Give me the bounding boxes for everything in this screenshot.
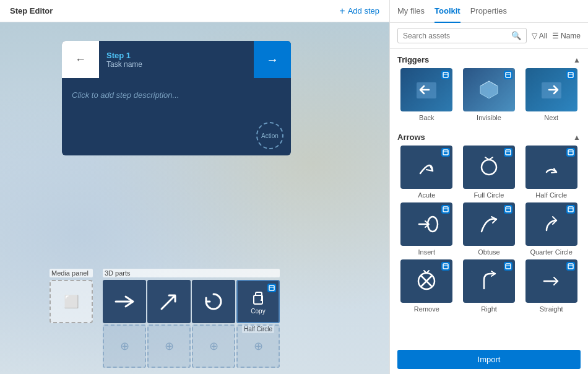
toolkit-item-remove[interactable]: Remove	[397, 259, 456, 313]
tab-toolkit[interactable]: Toolkit	[435, 0, 460, 23]
search-icon: 🔍	[511, 31, 521, 40]
step-back-button[interactable]: ←	[62, 41, 99, 78]
toolkit-label-obtuse: Obtuse	[478, 248, 499, 256]
arrows-chevron-icon: ▲	[573, 133, 581, 142]
arrows-grid: Acute Full Circle	[397, 146, 581, 313]
step-number: Step 1	[106, 51, 246, 60]
media-panel-box[interactable]: ⬜	[50, 280, 93, 323]
toolkit-item-obtuse[interactable]: Obtuse	[460, 202, 519, 256]
corner-badge-next	[566, 71, 575, 79]
svg-rect-5	[443, 150, 448, 155]
filter-all-button[interactable]: ▽ All	[532, 32, 547, 40]
parts-grid: Copy Half Circle ⊕ ⊕	[103, 280, 280, 368]
canvas-area: ← Step 1 Task name → Click to add step d…	[0, 22, 389, 374]
step-next-arrow-icon: →	[266, 53, 279, 67]
step-back-arrow-icon: ←	[75, 53, 86, 66]
svg-rect-4	[568, 72, 573, 77]
svg-rect-2	[443, 72, 448, 77]
part-tile-arrow-right[interactable]	[103, 280, 146, 323]
arrows-section-header[interactable]: Arrows ▲	[397, 126, 581, 146]
add-step-button[interactable]: + Add step	[339, 6, 379, 17]
part-slot-3[interactable]: ⊕	[192, 324, 235, 368]
copy-icon-wrap: Copy	[249, 289, 267, 315]
triggers-section: Triggers ▲ Back	[397, 49, 581, 121]
toolkit-thumb-obtuse	[463, 202, 515, 246]
triggers-grid: Back Invisible	[397, 68, 581, 121]
svg-rect-1	[269, 285, 274, 290]
toolkit-thumb-full-circle	[463, 146, 515, 189]
toolkit-thumb-insert	[400, 202, 452, 246]
toolkit-item-next[interactable]: Next	[522, 68, 581, 121]
toolkit-content: Triggers ▲ Back	[390, 49, 588, 345]
filter-name-label: Name	[561, 32, 581, 40]
slot-icon-4: ⊕	[254, 339, 263, 353]
toolkit-label-full-circle: Full Circle	[474, 191, 504, 199]
svg-rect-3	[506, 72, 511, 77]
tab-properties[interactable]: Properties	[470, 0, 507, 23]
toolkit-item-invisible[interactable]: Invisible	[460, 68, 519, 121]
media-panel-section: Media panel ⬜	[50, 269, 93, 323]
svg-rect-15	[568, 264, 573, 269]
toolkit-item-insert[interactable]: Insert	[397, 202, 456, 256]
toolkit-item-half-circle[interactable]: Half Circle	[522, 146, 581, 199]
svg-rect-10	[506, 207, 511, 212]
toolkit-label-straight: Straight	[540, 305, 563, 313]
toolkit-label-invisible: Invisible	[477, 114, 501, 121]
action-button[interactable]: Action	[256, 122, 283, 149]
toolkit-thumb-invisible	[463, 68, 515, 111]
step-editor-panel: Step Editor + Add step ← Step 1 Task nam…	[0, 0, 390, 374]
media-panel-label: Media panel	[50, 269, 93, 277]
part-slot-2[interactable]: ⊕	[147, 324, 191, 368]
media-panel-icon: ⬜	[64, 294, 79, 309]
search-input[interactable]	[403, 32, 508, 40]
part-tile-diagonal-arrow[interactable]	[147, 280, 191, 323]
svg-rect-12	[443, 264, 448, 269]
toolkit-thumb-right	[463, 259, 515, 303]
filter-name-button[interactable]: ☰ Name	[552, 32, 581, 40]
slot-icon-2: ⊕	[165, 339, 174, 353]
svg-rect-14	[506, 264, 511, 269]
part-slot-1[interactable]: ⊕	[103, 324, 146, 368]
step-editor-title: Step Editor	[10, 6, 53, 15]
triggers-label: Triggers	[397, 55, 429, 64]
toolkit-item-straight[interactable]: Straight	[522, 259, 581, 313]
right-panel-tabs: My files Toolkit Properties	[390, 0, 588, 23]
triggers-section-header[interactable]: Triggers ▲	[397, 49, 581, 68]
step-next-button[interactable]: →	[254, 41, 291, 78]
toolkit-label-quarter-circle: Quarter Circle	[530, 248, 572, 256]
toolkit-item-acute[interactable]: Acute	[397, 146, 456, 199]
step-description[interactable]: Click to add step description...	[62, 78, 291, 124]
search-input-wrap: 🔍	[397, 28, 527, 43]
copy-label: Copy	[251, 308, 265, 315]
parts-section: 3D parts	[103, 269, 280, 368]
import-button[interactable]: Import	[397, 350, 581, 369]
toolkit-thumb-next	[525, 68, 577, 111]
tab-my-files[interactable]: My files	[397, 0, 425, 23]
toolkit-label-remove: Remove	[414, 305, 439, 313]
toolkit-item-quarter-circle[interactable]: Quarter Circle	[522, 202, 581, 256]
slot-icon-3: ⊕	[209, 339, 218, 353]
filter-icon: ▽	[532, 32, 537, 40]
toolkit-item-back[interactable]: Back	[397, 68, 456, 121]
corner-badge-insert	[441, 205, 450, 214]
corner-badge-invisible	[504, 71, 512, 79]
step-info: Step 1 Task name	[99, 41, 254, 78]
corner-badge-quarter-circle	[566, 205, 575, 214]
plus-icon: +	[339, 6, 345, 17]
corner-badge-obtuse	[504, 205, 512, 214]
step-card-header: ← Step 1 Task name →	[62, 41, 291, 78]
part-tile-circular-arrow[interactable]	[192, 280, 235, 323]
slot-icon-1: ⊕	[120, 339, 129, 353]
arrows-section: Arrows ▲ Acute	[397, 126, 581, 313]
svg-rect-7	[568, 150, 573, 155]
filter-all-label: All	[539, 32, 547, 40]
part-tile-copy[interactable]: Copy Half Circle	[236, 280, 280, 323]
search-row: 🔍 ▽ All ☰ Name	[390, 23, 588, 49]
toolkit-item-right[interactable]: Right	[460, 259, 519, 313]
corner-badge-straight	[566, 262, 575, 271]
corner-badge-half-circle	[566, 148, 575, 157]
toolkit-item-full-circle[interactable]: Full Circle	[460, 146, 519, 199]
toolkit-label-next: Next	[544, 114, 558, 121]
part-slot-4[interactable]: ⊕	[236, 324, 280, 368]
svg-rect-8	[443, 207, 448, 212]
